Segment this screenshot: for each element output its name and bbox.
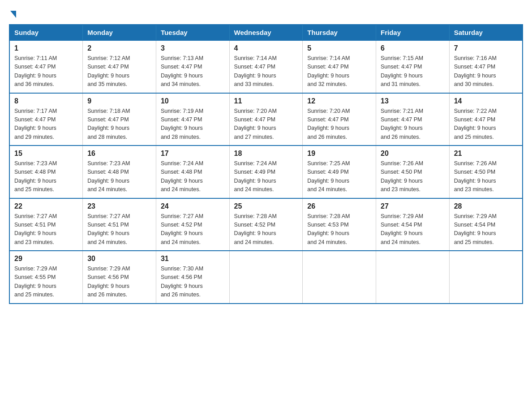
calendar-cell: [229, 251, 303, 304]
day-number: 2: [87, 44, 151, 52]
calendar-week-row: 22 Sunrise: 7:27 AM Sunset: 4:51 PM Dayl…: [9, 198, 523, 251]
calendar-cell: 11 Sunrise: 7:20 AM Sunset: 4:47 PM Dayl…: [229, 93, 303, 146]
day-number: 30: [87, 255, 151, 263]
day-number: 20: [381, 150, 445, 158]
day-info: Sunrise: 7:23 AM Sunset: 4:48 PM Dayligh…: [14, 159, 78, 194]
day-number: 25: [234, 202, 298, 210]
day-number: 24: [161, 202, 225, 210]
day-number: 15: [14, 150, 78, 158]
calendar-cell: 20 Sunrise: 7:26 AM Sunset: 4:50 PM Dayl…: [376, 146, 450, 198]
day-info: Sunrise: 7:25 AM Sunset: 4:49 PM Dayligh…: [307, 159, 371, 194]
day-info: Sunrise: 7:24 AM Sunset: 4:48 PM Dayligh…: [161, 159, 225, 194]
day-info: Sunrise: 7:14 AM Sunset: 4:47 PM Dayligh…: [307, 54, 371, 89]
day-number: 9: [87, 97, 151, 105]
day-number: 7: [454, 44, 518, 52]
column-header-saturday: Saturday: [449, 25, 523, 40]
column-header-friday: Friday: [376, 25, 450, 40]
day-number: 17: [161, 150, 225, 158]
day-info: Sunrise: 7:20 AM Sunset: 4:47 PM Dayligh…: [307, 107, 371, 142]
day-number: 12: [307, 97, 371, 105]
day-number: 13: [381, 97, 445, 105]
day-number: 19: [307, 150, 371, 158]
day-number: 11: [234, 97, 298, 105]
day-info: Sunrise: 7:20 AM Sunset: 4:47 PM Dayligh…: [234, 107, 298, 142]
calendar-cell: 6 Sunrise: 7:15 AM Sunset: 4:47 PM Dayli…: [376, 40, 450, 93]
calendar-cell: 19 Sunrise: 7:25 AM Sunset: 4:49 PM Dayl…: [303, 146, 376, 198]
day-number: 29: [14, 255, 78, 263]
day-number: 3: [161, 44, 225, 52]
day-number: 18: [234, 150, 298, 158]
day-info: Sunrise: 7:28 AM Sunset: 4:53 PM Dayligh…: [307, 212, 371, 247]
day-info: Sunrise: 7:18 AM Sunset: 4:47 PM Dayligh…: [87, 107, 151, 142]
calendar-cell: 31 Sunrise: 7:30 AM Sunset: 4:56 PM Dayl…: [156, 251, 229, 304]
calendar-cell: [449, 251, 523, 304]
calendar-cell: 2 Sunrise: 7:12 AM Sunset: 4:47 PM Dayli…: [83, 40, 156, 93]
day-info: Sunrise: 7:11 AM Sunset: 4:47 PM Dayligh…: [14, 54, 78, 89]
day-info: Sunrise: 7:30 AM Sunset: 4:56 PM Dayligh…: [161, 265, 225, 300]
calendar-week-row: 8 Sunrise: 7:17 AM Sunset: 4:47 PM Dayli…: [9, 93, 523, 146]
day-info: Sunrise: 7:29 AM Sunset: 4:54 PM Dayligh…: [381, 212, 445, 247]
day-number: 14: [454, 97, 518, 105]
day-number: 31: [161, 255, 225, 263]
day-number: 16: [87, 150, 151, 158]
calendar-cell: 18 Sunrise: 7:24 AM Sunset: 4:49 PM Dayl…: [229, 146, 303, 198]
calendar-cell: 10 Sunrise: 7:19 AM Sunset: 4:47 PM Dayl…: [156, 93, 229, 146]
calendar-cell: 27 Sunrise: 7:29 AM Sunset: 4:54 PM Dayl…: [376, 198, 450, 251]
calendar-cell: 29 Sunrise: 7:29 AM Sunset: 4:55 PM Dayl…: [9, 251, 83, 304]
calendar-cell: 13 Sunrise: 7:21 AM Sunset: 4:47 PM Dayl…: [376, 93, 450, 146]
calendar-cell: [376, 251, 450, 304]
calendar-cell: 12 Sunrise: 7:20 AM Sunset: 4:47 PM Dayl…: [303, 93, 376, 146]
calendar-cell: 24 Sunrise: 7:27 AM Sunset: 4:52 PM Dayl…: [156, 198, 229, 251]
calendar-cell: 21 Sunrise: 7:26 AM Sunset: 4:50 PM Dayl…: [449, 146, 523, 198]
day-number: 23: [87, 202, 151, 210]
day-info: Sunrise: 7:17 AM Sunset: 4:47 PM Dayligh…: [14, 107, 78, 142]
day-info: Sunrise: 7:16 AM Sunset: 4:47 PM Dayligh…: [454, 54, 518, 89]
day-info: Sunrise: 7:15 AM Sunset: 4:47 PM Dayligh…: [381, 54, 445, 89]
calendar-week-row: 15 Sunrise: 7:23 AM Sunset: 4:48 PM Dayl…: [9, 146, 523, 198]
day-number: 26: [307, 202, 371, 210]
column-header-sunday: Sunday: [9, 25, 83, 40]
day-number: 8: [14, 97, 78, 105]
day-info: Sunrise: 7:23 AM Sunset: 4:48 PM Dayligh…: [87, 159, 151, 194]
calendar-week-row: 1 Sunrise: 7:11 AM Sunset: 4:47 PM Dayli…: [9, 40, 523, 93]
calendar-cell: 9 Sunrise: 7:18 AM Sunset: 4:47 PM Dayli…: [83, 93, 156, 146]
day-info: Sunrise: 7:24 AM Sunset: 4:49 PM Dayligh…: [234, 159, 298, 194]
day-info: Sunrise: 7:29 AM Sunset: 4:56 PM Dayligh…: [87, 265, 151, 300]
calendar-cell: 3 Sunrise: 7:13 AM Sunset: 4:47 PM Dayli…: [156, 40, 229, 93]
day-info: Sunrise: 7:13 AM Sunset: 4:47 PM Dayligh…: [161, 54, 225, 89]
day-number: 22: [14, 202, 78, 210]
day-number: 10: [161, 97, 225, 105]
day-number: 6: [381, 44, 445, 52]
calendar-cell: 8 Sunrise: 7:17 AM Sunset: 4:47 PM Dayli…: [9, 93, 83, 146]
day-info: Sunrise: 7:12 AM Sunset: 4:47 PM Dayligh…: [87, 54, 151, 89]
calendar-cell: 22 Sunrise: 7:27 AM Sunset: 4:51 PM Dayl…: [9, 198, 83, 251]
day-info: Sunrise: 7:22 AM Sunset: 4:47 PM Dayligh…: [454, 107, 518, 142]
column-header-thursday: Thursday: [303, 25, 376, 40]
day-info: Sunrise: 7:29 AM Sunset: 4:54 PM Dayligh…: [454, 212, 518, 247]
calendar-cell: 15 Sunrise: 7:23 AM Sunset: 4:48 PM Dayl…: [9, 146, 83, 198]
calendar-cell: 1 Sunrise: 7:11 AM Sunset: 4:47 PM Dayli…: [9, 40, 83, 93]
day-number: 28: [454, 202, 518, 210]
calendar-cell: 30 Sunrise: 7:29 AM Sunset: 4:56 PM Dayl…: [83, 251, 156, 304]
calendar-week-row: 29 Sunrise: 7:29 AM Sunset: 4:55 PM Dayl…: [9, 251, 523, 304]
column-header-monday: Monday: [83, 25, 156, 40]
day-info: Sunrise: 7:28 AM Sunset: 4:52 PM Dayligh…: [234, 212, 298, 247]
calendar-cell: 5 Sunrise: 7:14 AM Sunset: 4:47 PM Dayli…: [303, 40, 376, 93]
logo-arrow-icon: [10, 11, 16, 18]
day-info: Sunrise: 7:27 AM Sunset: 4:51 PM Dayligh…: [14, 212, 78, 247]
calendar-header-row: SundayMondayTuesdayWednesdayThursdayFrid…: [9, 25, 523, 40]
day-info: Sunrise: 7:14 AM Sunset: 4:47 PM Dayligh…: [234, 54, 298, 89]
calendar-cell: 25 Sunrise: 7:28 AM Sunset: 4:52 PM Dayl…: [229, 198, 303, 251]
calendar-cell: 17 Sunrise: 7:24 AM Sunset: 4:48 PM Dayl…: [156, 146, 229, 198]
calendar-cell: 4 Sunrise: 7:14 AM Sunset: 4:47 PM Dayli…: [229, 40, 303, 93]
day-info: Sunrise: 7:26 AM Sunset: 4:50 PM Dayligh…: [454, 159, 518, 194]
calendar-cell: 28 Sunrise: 7:29 AM Sunset: 4:54 PM Dayl…: [449, 198, 523, 251]
day-info: Sunrise: 7:21 AM Sunset: 4:47 PM Dayligh…: [381, 107, 445, 142]
day-number: 1: [14, 44, 78, 52]
day-number: 4: [234, 44, 298, 52]
day-info: Sunrise: 7:26 AM Sunset: 4:50 PM Dayligh…: [381, 159, 445, 194]
calendar-cell: [303, 251, 376, 304]
day-info: Sunrise: 7:27 AM Sunset: 4:52 PM Dayligh…: [161, 212, 225, 247]
calendar-cell: 26 Sunrise: 7:28 AM Sunset: 4:53 PM Dayl…: [303, 198, 376, 251]
column-header-tuesday: Tuesday: [156, 25, 229, 40]
